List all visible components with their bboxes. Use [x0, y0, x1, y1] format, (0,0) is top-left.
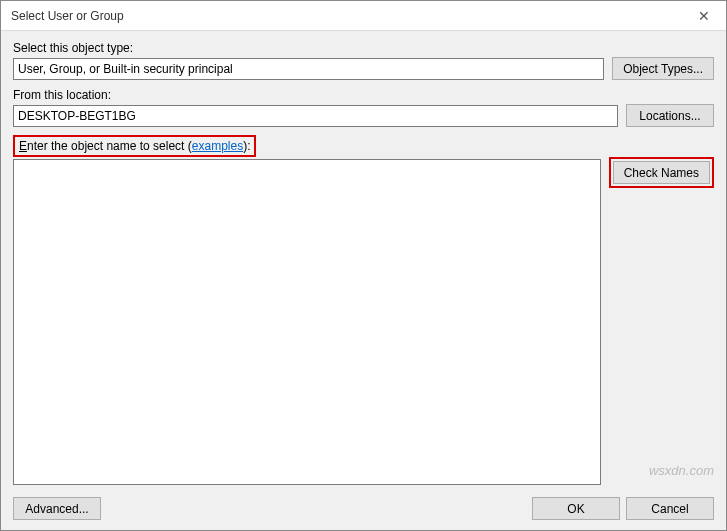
- titlebar: Select User or Group ✕: [1, 1, 726, 31]
- check-names-button[interactable]: Check Names: [613, 161, 710, 184]
- location-row: From this location: Locations...: [13, 88, 714, 127]
- object-name-area: Enter the object name to select (example…: [13, 135, 714, 485]
- object-name-input[interactable]: [13, 159, 601, 485]
- object-type-input[interactable]: [13, 58, 604, 80]
- locations-button[interactable]: Locations...: [626, 104, 714, 127]
- check-names-highlight: Check Names: [609, 157, 714, 188]
- object-type-col: Select this object type:: [13, 41, 604, 80]
- object-types-button[interactable]: Object Types...: [612, 57, 714, 80]
- examples-link[interactable]: examples: [192, 139, 243, 153]
- object-name-label-text: nter the object name to select (: [27, 139, 192, 153]
- object-name-col: Enter the object name to select (example…: [13, 135, 601, 485]
- location-input[interactable]: [13, 105, 618, 127]
- advanced-button[interactable]: Advanced...: [13, 497, 101, 520]
- select-user-group-dialog: Select User or Group ✕ Select this objec…: [0, 0, 727, 531]
- ok-button[interactable]: OK: [532, 497, 620, 520]
- object-name-label: Enter the object name to select (example…: [19, 139, 250, 153]
- side-buttons: Check Names: [609, 135, 714, 485]
- close-button[interactable]: ✕: [681, 1, 726, 31]
- object-type-row: Select this object type: Object Types...: [13, 41, 714, 80]
- object-name-label-accel: E: [19, 139, 27, 153]
- object-name-label-highlight: Enter the object name to select (example…: [13, 135, 256, 157]
- location-col: From this location:: [13, 88, 618, 127]
- bottom-button-row: Advanced... OK Cancel: [13, 497, 714, 520]
- dialog-content: Select this object type: Object Types...…: [1, 31, 726, 530]
- close-icon: ✕: [698, 8, 710, 24]
- location-label: From this location:: [13, 88, 618, 102]
- bottom-right-buttons: OK Cancel: [532, 497, 714, 520]
- object-type-label: Select this object type:: [13, 41, 604, 55]
- object-name-label-suffix: ):: [243, 139, 250, 153]
- dialog-title: Select User or Group: [11, 9, 124, 23]
- cancel-button[interactable]: Cancel: [626, 497, 714, 520]
